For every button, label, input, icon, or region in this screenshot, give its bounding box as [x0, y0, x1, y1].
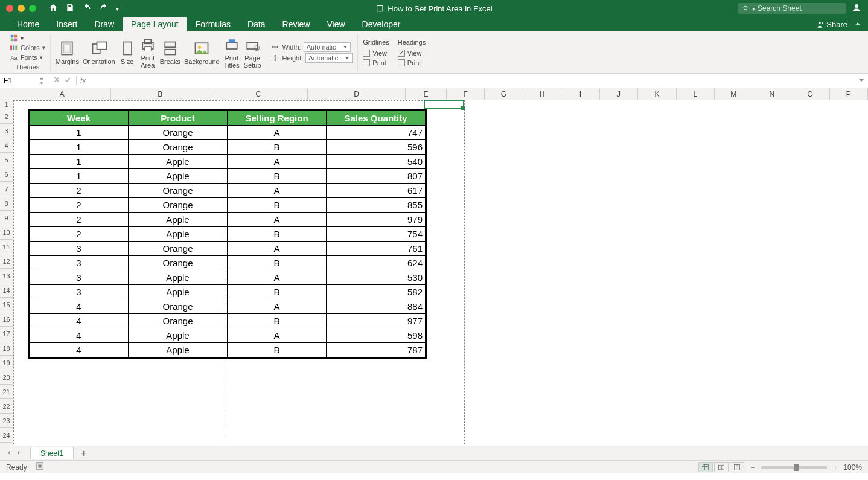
table-row[interactable]: 2AppleB754 — [30, 227, 426, 242]
table-cell[interactable]: 4 — [30, 328, 129, 343]
expand-formula-bar-icon[interactable] — [855, 77, 868, 85]
row-header-11[interactable]: 11 — [0, 240, 13, 254]
name-box[interactable]: F1 — [0, 76, 48, 86]
row-header-3[interactable]: 3 — [0, 124, 13, 138]
table-cell[interactable]: 4 — [30, 343, 129, 357]
table-cell[interactable]: Orange — [129, 314, 228, 328]
table-row[interactable]: 3OrangeA761 — [30, 242, 426, 256]
gridlines-print-checkbox[interactable]: Print — [363, 59, 389, 66]
row-header-2[interactable]: 2 — [0, 109, 13, 124]
tab-home[interactable]: Home — [8, 17, 48, 31]
height-combo[interactable]: Automatic — [305, 53, 353, 63]
table-cell[interactable]: 747 — [327, 126, 426, 140]
row-header-17[interactable]: 17 — [0, 327, 13, 341]
table-cell[interactable]: Orange — [129, 140, 228, 155]
page-break-view-button[interactable] — [730, 462, 744, 472]
width-combo[interactable]: Automatic — [304, 42, 351, 52]
table-cell[interactable]: Apple — [129, 285, 228, 299]
tab-developer[interactable]: Developer — [354, 17, 409, 31]
table-row[interactable]: 2AppleA979 — [30, 213, 426, 227]
sheet-nav-prev-icon[interactable] — [6, 449, 12, 458]
zoom-out-button[interactable]: − — [750, 463, 755, 472]
table-cell[interactable]: 3 — [30, 256, 129, 270]
fx-icon[interactable]: fx — [77, 77, 89, 85]
table-cell[interactable]: 617 — [327, 184, 426, 198]
table-cell[interactable]: Orange — [129, 242, 228, 256]
col-header-N[interactable]: N — [753, 88, 791, 100]
table-cell[interactable]: 596 — [327, 140, 426, 155]
table-row[interactable]: 1OrangeA747 — [30, 126, 426, 140]
background-button[interactable]: Background — [184, 40, 220, 65]
spreadsheet-grid[interactable]: ABCDEFGHIJKLMNOP 12345678910111213141516… — [0, 88, 868, 446]
select-all-corner[interactable] — [0, 88, 13, 100]
table-cell[interactable]: Apple — [129, 270, 228, 285]
print-area-button[interactable]: Print Area — [139, 36, 156, 69]
row-header-15[interactable]: 15 — [0, 298, 13, 312]
print-titles-button[interactable]: Print Titles — [223, 36, 240, 69]
col-header-E[interactable]: E — [406, 88, 446, 100]
row-header-16[interactable]: 16 — [0, 312, 13, 327]
row-header-24[interactable]: 24 — [0, 428, 13, 443]
add-sheet-button[interactable]: + — [74, 448, 94, 459]
table-cell[interactable]: 1 — [30, 155, 129, 169]
row-header-10[interactable]: 10 — [0, 225, 13, 240]
accept-formula-icon[interactable] — [64, 76, 71, 85]
table-cell[interactable]: A — [228, 242, 327, 256]
table-cell[interactable]: B — [228, 227, 327, 242]
table-cell[interactable]: 761 — [327, 242, 426, 256]
normal-view-button[interactable] — [698, 462, 713, 472]
fonts-button[interactable]: AaFonts▾ — [10, 53, 43, 62]
row-header-25[interactable]: 25 — [0, 443, 13, 446]
gridlines-view-checkbox[interactable]: View — [363, 50, 389, 57]
col-header-L[interactable]: L — [677, 88, 715, 100]
table-cell[interactable]: Orange — [129, 198, 228, 213]
table-cell[interactable]: 807 — [327, 169, 426, 184]
tab-data[interactable]: Data — [239, 17, 274, 31]
table-cell[interactable]: A — [228, 299, 327, 314]
table-header[interactable]: Week — [30, 111, 129, 126]
breaks-button[interactable]: Breaks — [160, 40, 180, 65]
col-header-J[interactable]: J — [600, 88, 638, 100]
table-row[interactable]: 4OrangeA884 — [30, 299, 426, 314]
table-cell[interactable]: B — [228, 169, 327, 184]
row-header-5[interactable]: 5 — [0, 153, 13, 167]
headings-view-checkbox[interactable]: ✓View — [398, 50, 426, 57]
table-cell[interactable]: 1 — [30, 169, 129, 184]
row-header-9[interactable]: 9 — [0, 211, 13, 225]
minimize-window-icon[interactable] — [18, 5, 25, 12]
table-cell[interactable]: 582 — [327, 285, 426, 299]
col-header-P[interactable]: P — [830, 88, 868, 100]
share-button[interactable]: Share — [815, 20, 847, 29]
headings-print-checkbox[interactable]: Print — [398, 59, 426, 66]
table-cell[interactable]: 884 — [327, 299, 426, 314]
table-cell[interactable]: A — [228, 126, 327, 140]
tab-view[interactable]: View — [319, 17, 354, 31]
tab-page-layout[interactable]: Page Layout — [123, 17, 187, 31]
row-header-1[interactable]: 1 — [0, 100, 13, 109]
sheet-tab[interactable]: Sheet1 — [30, 447, 74, 459]
table-cell[interactable]: 3 — [30, 270, 129, 285]
table-cell[interactable]: 4 — [30, 299, 129, 314]
table-cell[interactable]: A — [228, 328, 327, 343]
table-row[interactable]: 3AppleA530 — [30, 270, 426, 285]
col-header-D[interactable]: D — [308, 88, 406, 100]
row-header-20[interactable]: 20 — [0, 370, 13, 385]
row-header-13[interactable]: 13 — [0, 269, 13, 283]
table-cell[interactable]: A — [228, 270, 327, 285]
table-cell[interactable]: 3 — [30, 285, 129, 299]
table-row[interactable]: 4OrangeB977 — [30, 314, 426, 328]
table-row[interactable]: 1OrangeB596 — [30, 140, 426, 155]
col-header-O[interactable]: O — [791, 88, 829, 100]
table-cell[interactable]: 2 — [30, 184, 129, 198]
themes-button[interactable]: ▾ — [10, 34, 24, 42]
row-header-21[interactable]: 21 — [0, 385, 13, 399]
col-header-K[interactable]: K — [638, 88, 676, 100]
table-cell[interactable]: B — [228, 140, 327, 155]
page-setup-button[interactable]: Page Setup — [244, 36, 261, 69]
active-cell[interactable] — [424, 100, 464, 109]
table-cell[interactable]: Orange — [129, 256, 228, 270]
table-row[interactable]: 1AppleB807 — [30, 169, 426, 184]
table-cell[interactable]: Orange — [129, 299, 228, 314]
col-header-F[interactable]: F — [447, 88, 485, 100]
table-header[interactable]: Sales Quantity — [327, 111, 426, 126]
